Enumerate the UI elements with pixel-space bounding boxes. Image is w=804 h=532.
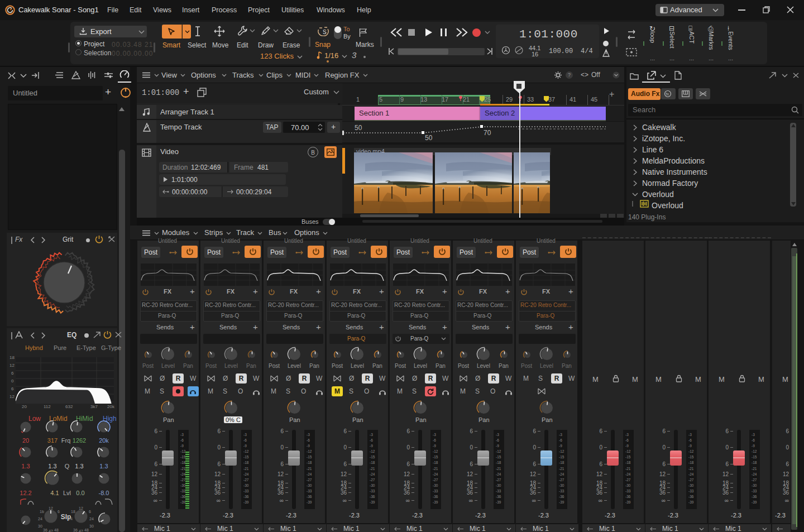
svg-text:S: S	[323, 29, 327, 35]
svg-text:fx: fx	[666, 92, 669, 96]
